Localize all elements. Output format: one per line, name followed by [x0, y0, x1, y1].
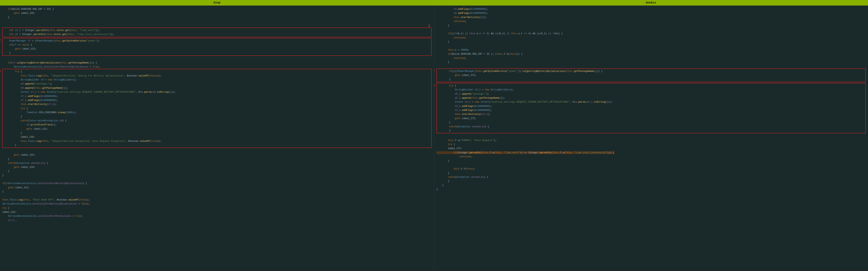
code-annotation-3: try { this.Tools.Log(this, "[RequestServ… — [3, 70, 430, 147]
right-panel-header: Anubis — [434, 0, 868, 5]
code-mid-left: if(v7.isIgnoringBatteryOptimizations(thi… — [2, 57, 432, 69]
right-code-annotation-3: try { StringBuilder v5_1 = new StringBui… — [438, 84, 865, 133]
annotation-1-box: int v2_1 = Integer.parseInt(this.store.g… — [2, 28, 432, 37]
code-annotation-2: PowerManager v7 = (PowerManager)this.get… — [3, 39, 430, 55]
left-panel[interactable]: if(Build.VERSION.SDK_INT < 23) { goto la… — [0, 5, 434, 271]
annotation-3-box: try { this.Tools.Log(this, "[RequestServ… — [2, 69, 432, 148]
code-bottom-right: this.f.a("ERROR", "Doze Request"); try {… — [436, 134, 866, 191]
right-annotation-3-box: try { StringBuilder v5_1 = new StringBui… — [436, 83, 866, 134]
annotation-block-3: 3 try { this.Tools.Log(this, "[RequestSe… — [2, 69, 432, 148]
annotation-2-label: 2 — [0, 39, 1, 42]
right-annotation-block-2: 2 if((((PowerManager)this.getSystemServi… — [436, 68, 866, 82]
annotation-block-1: 1 int v2_1 = Integer.parseInt(this.store… — [2, 28, 432, 37]
right-panel[interactable]: v3.addFlags(0x20000000); v3.addFlags(0x4… — [434, 5, 868, 271]
right-annotation-2-label: 2 — [434, 69, 435, 73]
header-row: Ginp Anubis — [0, 0, 868, 5]
right-annotation-2-box: if((((PowerManager)this.getSystemService… — [436, 68, 866, 82]
code-top-right: v3.addFlags(0x20000000); v3.addFlags(0x4… — [436, 7, 866, 68]
annotation-1-label: 1 — [428, 24, 430, 28]
main-panels: if(Build.VERSION.SDK_INT < 23) { goto la… — [0, 5, 868, 271]
right-code-annotation-2: if((((PowerManager)this.getSystemService… — [438, 69, 865, 81]
annotation-3-label: 3 — [0, 70, 1, 73]
annotation-block-2: 2 PowerManager v7 = (PowerManager)this.g… — [2, 38, 432, 56]
left-panel-header: Ginp — [0, 0, 434, 5]
annotation-2-box: PowerManager v7 = (PowerManager)this.get… — [2, 38, 432, 56]
right-annotation-block-3: 3 try { StringBuilder v5_1 = new StringB… — [436, 83, 866, 134]
code-bottom-left: goto label_122; } catch(Exception unused… — [2, 149, 432, 222]
code-annotation-1: int v2_1 = Integer.parseInt(this.store.g… — [3, 28, 430, 36]
right-annotation-3-label: 3 — [434, 84, 435, 87]
left-code: if(Build.VERSION.SDK_INT < 23) { goto la… — [2, 7, 432, 28]
